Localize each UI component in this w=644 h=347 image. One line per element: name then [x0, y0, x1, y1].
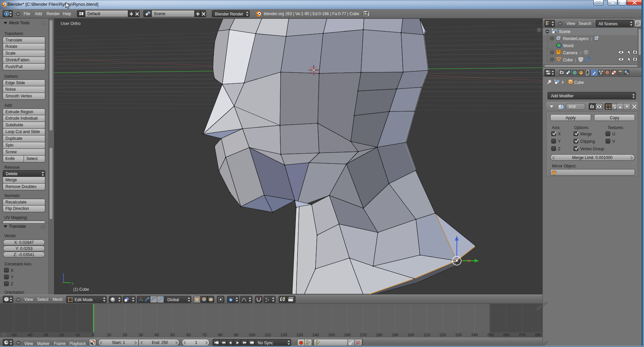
- svg-text:40: 40: [155, 333, 159, 337]
- svg-text:160: 160: [344, 333, 351, 337]
- svg-text:-10: -10: [75, 333, 80, 337]
- svg-text:220: 220: [440, 333, 446, 337]
- svg-text:30: 30: [139, 333, 143, 337]
- svg-text:270: 270: [519, 333, 525, 337]
- svg-text:240: 240: [471, 333, 478, 337]
- svg-text:-50: -50: [11, 333, 17, 337]
- svg-text:i: i: [6, 11, 7, 15]
- svg-text:12: 12: [365, 13, 367, 15]
- svg-text:200: 200: [408, 333, 414, 337]
- svg-text:190: 190: [392, 333, 398, 337]
- svg-text:120: 120: [281, 333, 287, 337]
- svg-text:10: 10: [107, 333, 111, 337]
- svg-text:80: 80: [218, 333, 222, 337]
- svg-text:90: 90: [234, 333, 239, 337]
- svg-text:140: 140: [312, 333, 319, 337]
- svg-text:250: 250: [487, 333, 494, 337]
- svg-text:210: 210: [424, 333, 430, 337]
- svg-text:150: 150: [328, 333, 335, 337]
- svg-text:50: 50: [170, 333, 175, 337]
- svg-text:70: 70: [202, 333, 206, 337]
- svg-text:230: 230: [455, 333, 462, 337]
- svg-text:0: 0: [92, 333, 94, 337]
- svg-text:20: 20: [123, 333, 127, 337]
- svg-text:170: 170: [360, 333, 366, 337]
- svg-text:60: 60: [186, 333, 191, 337]
- svg-text:-30: -30: [43, 333, 48, 337]
- svg-text:130: 130: [297, 333, 303, 337]
- svg-text:100: 100: [249, 333, 255, 337]
- svg-text:260: 260: [503, 333, 509, 337]
- svg-text:180: 180: [376, 333, 382, 337]
- svg-text:110: 110: [265, 333, 271, 337]
- svg-text:-20: -20: [58, 333, 64, 337]
- svg-text:y: y: [72, 281, 74, 285]
- svg-text:-40: -40: [27, 333, 32, 337]
- svg-text:280: 280: [535, 333, 541, 337]
